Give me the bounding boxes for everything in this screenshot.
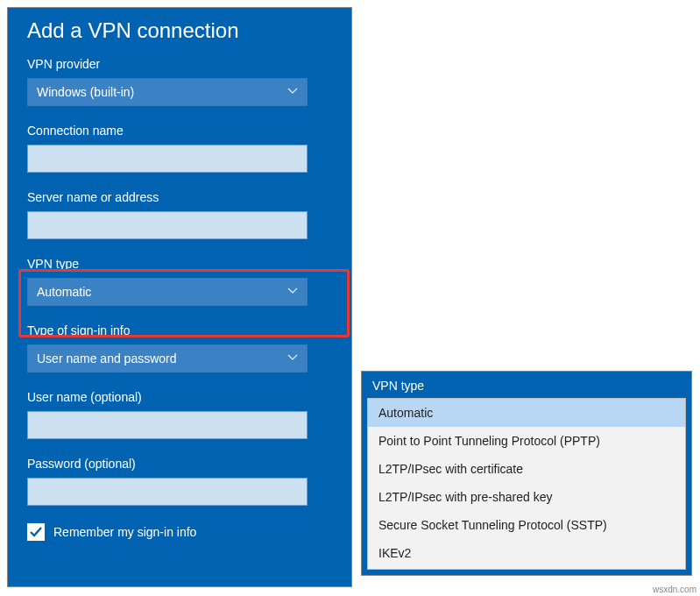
select-vpn-provider-value: Windows (built-in) [37, 85, 134, 99]
field-username: User name (optional) [27, 390, 332, 439]
input-connection-name[interactable] [27, 145, 308, 173]
chevron-down-icon [287, 286, 298, 299]
dropdown-list: Automatic Point to Point Tunneling Proto… [367, 398, 686, 570]
label-vpn-provider: VPN provider [27, 57, 332, 71]
remember-signin-row: Remember my sign-in info [27, 523, 332, 541]
dropdown-item-l2tp-cert[interactable]: L2TP/IPsec with certificate [368, 455, 685, 483]
dropdown-item-ikev2[interactable]: IKEv2 [368, 539, 685, 569]
dropdown-title: VPN type [362, 372, 691, 398]
field-connection-name: Connection name [27, 124, 332, 173]
select-signin-type-value: User name and password [37, 351, 177, 365]
field-vpn-provider: VPN provider Windows (built-in) [27, 57, 332, 106]
vpn-type-dropdown-panel: VPN type Automatic Point to Point Tunnel… [361, 371, 692, 576]
label-password: Password (optional) [27, 457, 332, 471]
watermark: wsxdn.com [653, 585, 696, 594]
dropdown-item-pptp[interactable]: Point to Point Tunneling Protocol (PPTP) [368, 427, 685, 455]
page-title: Add a VPN connection [27, 18, 332, 43]
select-vpn-type-value: Automatic [37, 285, 91, 299]
field-signin-type: Type of sign-in info User name and passw… [27, 323, 332, 372]
dropdown-item-sstp[interactable]: Secure Socket Tunneling Protocol (SSTP) [368, 511, 685, 539]
label-server-address: Server name or address [27, 190, 332, 204]
add-vpn-panel: Add a VPN connection VPN provider Window… [7, 7, 352, 587]
dropdown-item-automatic[interactable]: Automatic [368, 399, 685, 427]
input-username[interactable] [27, 411, 308, 439]
select-vpn-type[interactable]: Automatic [27, 278, 308, 306]
checkbox-remember-signin[interactable] [27, 523, 45, 541]
field-password: Password (optional) [27, 457, 332, 506]
select-vpn-provider[interactable]: Windows (built-in) [27, 78, 308, 106]
field-vpn-type: VPN type Automatic [27, 257, 332, 306]
label-vpn-type: VPN type [27, 257, 332, 271]
label-signin-type: Type of sign-in info [27, 323, 332, 337]
label-username: User name (optional) [27, 390, 332, 404]
select-signin-type[interactable]: User name and password [27, 344, 308, 372]
label-connection-name: Connection name [27, 124, 332, 138]
chevron-down-icon [287, 352, 298, 365]
chevron-down-icon [287, 86, 298, 99]
label-remember-signin: Remember my sign-in info [53, 525, 196, 539]
input-server-address[interactable] [27, 211, 308, 239]
field-server-address: Server name or address [27, 190, 332, 239]
dropdown-item-l2tp-psk[interactable]: L2TP/IPsec with pre-shared key [368, 483, 685, 511]
input-password[interactable] [27, 478, 308, 506]
